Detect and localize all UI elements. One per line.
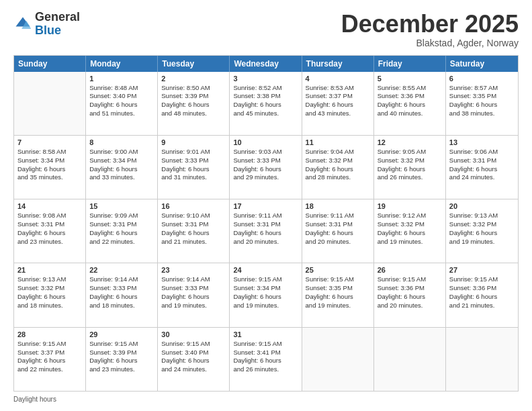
- calendar-body: 1Sunrise: 8:48 AMSunset: 3:40 PMDaylight…: [14, 72, 518, 391]
- calendar-day-header: Saturday: [446, 56, 518, 72]
- day-number: 22: [89, 266, 154, 274]
- calendar-day-header: Sunday: [14, 56, 86, 72]
- day-number: 26: [378, 266, 442, 274]
- day-number: 3: [233, 75, 298, 83]
- day-number: 18: [306, 202, 370, 210]
- day-number: 2: [161, 75, 226, 83]
- calendar-cell: 8Sunrise: 9:00 AMSunset: 3:34 PMDaylight…: [86, 136, 158, 199]
- day-info: Sunrise: 8:57 AMSunset: 3:35 PMDaylight:…: [449, 84, 515, 118]
- day-number: 4: [306, 75, 370, 83]
- calendar-cell: 30Sunrise: 9:15 AMSunset: 3:40 PMDayligh…: [158, 328, 230, 391]
- day-info: Sunrise: 9:15 AMSunset: 3:35 PMDaylight:…: [306, 275, 370, 310]
- calendar-cell: 29Sunrise: 9:15 AMSunset: 3:39 PMDayligh…: [86, 328, 158, 391]
- calendar-cell: [14, 72, 86, 135]
- calendar-week-row: 14Sunrise: 9:08 AMSunset: 3:31 PMDayligh…: [14, 199, 518, 263]
- day-number: 8: [89, 138, 154, 146]
- day-number: 1: [89, 75, 154, 83]
- calendar-cell: 10Sunrise: 9:03 AMSunset: 3:33 PMDayligh…: [230, 136, 302, 199]
- calendar-cell: 21Sunrise: 9:13 AMSunset: 3:32 PMDayligh…: [14, 263, 86, 326]
- calendar-cell: [374, 328, 446, 391]
- day-info: Sunrise: 9:15 AMSunset: 3:41 PMDaylight:…: [233, 340, 298, 374]
- calendar-cell: 22Sunrise: 9:14 AMSunset: 3:33 PMDayligh…: [86, 263, 158, 326]
- day-info: Sunrise: 9:15 AMSunset: 3:39 PMDaylight:…: [89, 340, 154, 374]
- calendar-cell: 9Sunrise: 9:01 AMSunset: 3:33 PMDaylight…: [158, 136, 230, 199]
- calendar-day-header: Monday: [86, 56, 158, 72]
- logo-icon: [13, 15, 32, 34]
- header: General Blue December 2025 Blakstad, Agd…: [13, 11, 519, 48]
- day-number: 20: [449, 202, 515, 210]
- calendar-cell: 14Sunrise: 9:08 AMSunset: 3:31 PMDayligh…: [14, 199, 86, 263]
- day-info: Sunrise: 9:14 AMSunset: 3:33 PMDaylight:…: [89, 275, 154, 310]
- day-info: Sunrise: 9:00 AMSunset: 3:34 PMDaylight:…: [89, 148, 154, 182]
- day-info: Sunrise: 8:50 AMSunset: 3:39 PMDaylight:…: [161, 84, 226, 118]
- calendar-cell: 31Sunrise: 9:15 AMSunset: 3:41 PMDayligh…: [230, 328, 302, 391]
- calendar-day-header: Friday: [374, 56, 446, 72]
- calendar-cell: 11Sunrise: 9:04 AMSunset: 3:32 PMDayligh…: [302, 136, 374, 199]
- calendar-cell: 19Sunrise: 9:12 AMSunset: 3:32 PMDayligh…: [374, 199, 446, 263]
- day-number: 23: [161, 266, 226, 274]
- calendar-subtitle: Blakstad, Agder, Norway: [341, 38, 519, 48]
- day-number: 10: [233, 138, 298, 146]
- calendar-header-row: SundayMondayTuesdayWednesdayThursdayFrid…: [14, 56, 518, 72]
- day-number: 11: [306, 138, 370, 146]
- calendar-cell: 23Sunrise: 9:14 AMSunset: 3:33 PMDayligh…: [158, 263, 230, 326]
- day-number: 14: [17, 202, 82, 210]
- calendar: SundayMondayTuesdayWednesdayThursdayFrid…: [13, 55, 519, 392]
- day-info: Sunrise: 8:52 AMSunset: 3:38 PMDaylight:…: [233, 84, 298, 118]
- calendar-week-row: 7Sunrise: 8:58 AMSunset: 3:34 PMDaylight…: [14, 136, 518, 199]
- calendar-cell: 6Sunrise: 8:57 AMSunset: 3:35 PMDaylight…: [446, 72, 518, 135]
- calendar-cell: 18Sunrise: 9:11 AMSunset: 3:31 PMDayligh…: [302, 199, 374, 263]
- calendar-day-header: Wednesday: [230, 56, 302, 72]
- day-info: Sunrise: 9:15 AMSunset: 3:36 PMDaylight:…: [378, 275, 442, 310]
- calendar-cell: 25Sunrise: 9:15 AMSunset: 3:35 PMDayligh…: [302, 263, 374, 326]
- calendar-cell: 4Sunrise: 8:53 AMSunset: 3:37 PMDaylight…: [302, 72, 374, 135]
- calendar-cell: [302, 328, 374, 391]
- calendar-cell: 16Sunrise: 9:10 AMSunset: 3:31 PMDayligh…: [158, 199, 230, 263]
- day-number: 6: [449, 75, 515, 83]
- day-info: Sunrise: 9:01 AMSunset: 3:33 PMDaylight:…: [161, 148, 226, 182]
- calendar-cell: 7Sunrise: 8:58 AMSunset: 3:34 PMDaylight…: [14, 136, 86, 199]
- logo-text: General Blue: [35, 11, 80, 38]
- calendar-day-header: Tuesday: [158, 56, 230, 72]
- day-info: Sunrise: 9:11 AMSunset: 3:31 PMDaylight:…: [306, 212, 370, 246]
- calendar-week-row: 1Sunrise: 8:48 AMSunset: 3:40 PMDaylight…: [14, 72, 518, 136]
- calendar-cell: 15Sunrise: 9:09 AMSunset: 3:31 PMDayligh…: [86, 199, 158, 263]
- day-info: Sunrise: 8:53 AMSunset: 3:37 PMDaylight:…: [306, 84, 370, 118]
- day-info: Sunrise: 9:15 AMSunset: 3:37 PMDaylight:…: [17, 340, 82, 374]
- day-info: Sunrise: 9:10 AMSunset: 3:31 PMDaylight:…: [161, 212, 226, 246]
- day-number: 15: [89, 202, 154, 210]
- calendar-cell: 13Sunrise: 9:06 AMSunset: 3:31 PMDayligh…: [446, 136, 518, 199]
- day-info: Sunrise: 9:15 AMSunset: 3:36 PMDaylight:…: [449, 275, 515, 310]
- day-number: 12: [378, 138, 442, 146]
- day-number: 24: [233, 266, 298, 274]
- day-number: 27: [449, 266, 515, 274]
- day-number: 16: [161, 202, 226, 210]
- calendar-week-row: 21Sunrise: 9:13 AMSunset: 3:32 PMDayligh…: [14, 263, 518, 327]
- day-info: Sunrise: 9:08 AMSunset: 3:31 PMDaylight:…: [17, 212, 82, 246]
- calendar-cell: 17Sunrise: 9:11 AMSunset: 3:31 PMDayligh…: [230, 199, 302, 263]
- calendar-cell: 1Sunrise: 8:48 AMSunset: 3:40 PMDaylight…: [86, 72, 158, 135]
- day-number: 7: [17, 138, 82, 146]
- day-info: Sunrise: 9:11 AMSunset: 3:31 PMDaylight:…: [233, 212, 298, 246]
- calendar-week-row: 28Sunrise: 9:15 AMSunset: 3:37 PMDayligh…: [14, 328, 518, 391]
- logo-blue: Blue: [35, 24, 80, 38]
- day-info: Sunrise: 9:04 AMSunset: 3:32 PMDaylight:…: [306, 148, 370, 182]
- day-number: 17: [233, 202, 298, 210]
- day-number: 9: [161, 138, 226, 146]
- day-number: 19: [378, 202, 442, 210]
- day-info: Sunrise: 9:15 AMSunset: 3:34 PMDaylight:…: [233, 275, 298, 310]
- calendar-cell: 26Sunrise: 9:15 AMSunset: 3:36 PMDayligh…: [374, 263, 446, 326]
- day-info: Sunrise: 9:03 AMSunset: 3:33 PMDaylight:…: [233, 148, 298, 182]
- day-info: Sunrise: 9:05 AMSunset: 3:32 PMDaylight:…: [378, 148, 442, 182]
- day-number: 28: [17, 330, 82, 338]
- day-info: Sunrise: 9:14 AMSunset: 3:33 PMDaylight:…: [161, 275, 226, 310]
- calendar-day-header: Thursday: [302, 56, 374, 72]
- calendar-cell: 24Sunrise: 9:15 AMSunset: 3:34 PMDayligh…: [230, 263, 302, 326]
- calendar-cell: 12Sunrise: 9:05 AMSunset: 3:32 PMDayligh…: [374, 136, 446, 199]
- day-info: Sunrise: 9:13 AMSunset: 3:32 PMDaylight:…: [17, 275, 82, 310]
- day-info: Sunrise: 9:06 AMSunset: 3:31 PMDaylight:…: [449, 148, 515, 182]
- calendar-cell: 20Sunrise: 9:13 AMSunset: 3:32 PMDayligh…: [446, 199, 518, 263]
- day-number: 30: [161, 330, 226, 338]
- calendar-cell: 2Sunrise: 8:50 AMSunset: 3:39 PMDaylight…: [158, 72, 230, 135]
- day-info: Sunrise: 9:12 AMSunset: 3:32 PMDaylight:…: [378, 212, 442, 246]
